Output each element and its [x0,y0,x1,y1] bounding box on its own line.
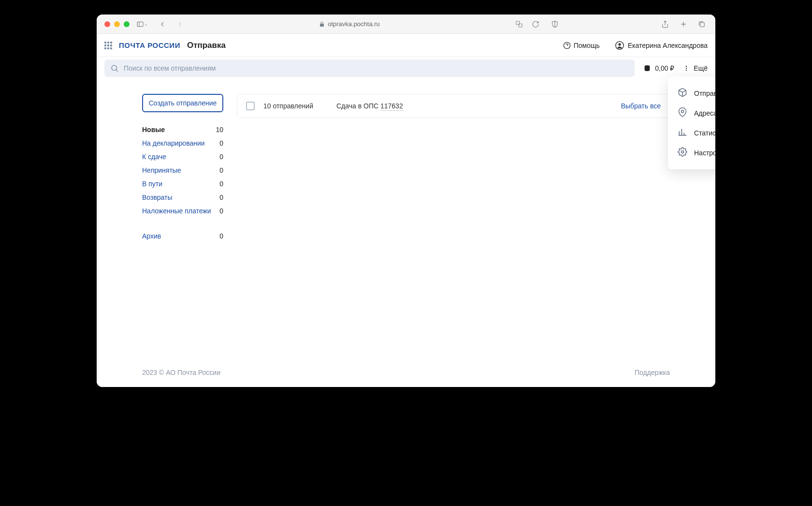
dropdown-item-statistics[interactable]: Статистика [668,123,715,143]
more-label: Ещё [694,64,708,72]
sidebar-item-cod[interactable]: Наложенные платежи 0 [142,206,223,216]
svg-point-16 [686,66,687,67]
sidebar-item-count: 0 [219,232,223,240]
svg-rect-8 [700,22,705,27]
search-row: 0,00 ₽ Ещё [97,57,715,79]
url-display[interactable]: otpravka.pochta.ru [328,20,380,28]
batch-row[interactable]: 10 отправлений Сдача в ОПС 117632 Выбрат… [237,94,670,118]
chart-icon [678,127,687,138]
help-link[interactable]: Помощь [563,42,600,49]
dropdown-item-label: Отправления [694,89,715,97]
sidebar-item-label: В пути [142,180,162,188]
batch-deposit: Сдача в ОПС 117632 [336,102,403,110]
maximize-window-button[interactable] [124,21,130,27]
create-shipment-button[interactable]: Создать отправление [142,94,223,112]
svg-point-13 [112,65,117,71]
sidebar-item-label: Непринятые [142,166,181,174]
sidebar-item-count: 0 [219,166,223,174]
search-box[interactable] [104,60,635,77]
sidebar-item-new[interactable]: Новые 10 [142,125,223,134]
sidebar-item-archive[interactable]: Архив 0 [142,231,223,241]
sidebar-item-label: К сдаче [142,153,166,161]
reload-icon[interactable] [530,18,541,30]
sidebar: Создать отправление Новые 10 На декларир… [142,94,223,241]
sidebar-item-count: 0 [219,180,223,188]
more-vertical-icon [683,65,690,72]
dropdown-item-shipments[interactable]: Отправления [668,83,715,103]
sidebar-toggle-icon[interactable]: ⌄ [136,18,148,30]
shield-icon[interactable] [549,18,561,30]
sidebar-item-label: Новые [142,126,165,134]
app-header: ПОЧТА РОССИИ Отправка Помощь Екатерина А… [97,34,715,57]
svg-rect-0 [137,22,143,26]
user-name: Екатерина Александрова [628,42,708,49]
sidebar-item-count: 0 [219,153,223,161]
svg-point-17 [686,68,687,69]
sidebar-item-label: На декларировании [142,139,205,147]
coins-icon [643,64,651,72]
minimize-window-button[interactable] [114,21,120,27]
more-menu-button[interactable]: Ещё [683,64,708,72]
new-tab-icon[interactable] [678,18,689,30]
balance-value: 0,00 ₽ [655,64,674,72]
support-link[interactable]: Поддержка [635,369,670,376]
app-title: Отправка [187,41,226,50]
box-icon [678,88,687,99]
apps-menu-icon[interactable] [104,42,112,49]
sidebar-item-count: 10 [216,126,223,134]
sidebar-item-label: Возвраты [142,193,173,201]
footer: 2023 © АО Почта России Поддержка [97,358,715,387]
sidebar-item-label: Архив [142,232,161,240]
main-content: 10 отправлений Сдача в ОПС 117632 Выбрат… [237,94,670,241]
tabs-overview-icon[interactable] [696,18,708,30]
browser-chrome: ⌄ otpravka.pochta.ru [97,15,715,34]
svg-point-25 [682,151,684,153]
batch-checkbox[interactable] [246,102,255,110]
user-icon [615,41,624,50]
sidebar-item-returns[interactable]: Возвраты 0 [142,193,223,202]
dropdown-item-label: Статистика [694,129,715,137]
svg-line-14 [116,70,117,71]
sidebar-item-rejected[interactable]: Непринятые 0 [142,165,223,175]
logo[interactable]: ПОЧТА РОССИИ [119,41,180,49]
translate-icon[interactable] [513,18,525,30]
sidebar-item-declaration[interactable]: На декларировании 0 [142,138,223,148]
svg-point-18 [686,70,687,71]
sidebar-item-to-send[interactable]: К сдаче 0 [142,152,223,162]
sidebar-item-count: 0 [219,207,223,215]
dropdown-item-label: Адреса [694,109,715,117]
select-all-link[interactable]: Выбрать все [621,102,661,110]
search-input[interactable] [124,64,629,72]
sidebar-item-label: Наложенные платежи [142,207,211,215]
lock-icon [319,21,325,27]
sidebar-item-count: 0 [219,193,223,201]
copyright: 2023 © АО Почта России [142,369,220,376]
search-icon [110,64,119,73]
window-controls [104,21,130,27]
svg-point-12 [618,43,621,45]
dropdown-item-addresses[interactable]: Адреса [668,103,715,123]
help-label: Помощь [574,42,600,49]
batch-deposit-prefix: Сдача в ОПС [336,102,380,110]
pin-icon [678,107,687,119]
batch-count-label: 10 отправлений [263,102,313,110]
share-icon[interactable] [659,18,671,30]
batch-deposit-code[interactable]: 117632 [380,102,403,111]
more-dropdown: Отправления Адреса Статистика Настройки [668,76,715,169]
gear-icon [678,147,687,158]
user-menu[interactable]: Екатерина Александрова [615,41,708,50]
dropdown-item-settings[interactable]: Настройки [668,143,715,163]
forward-button[interactable] [174,18,186,30]
dropdown-item-label: Настройки [694,149,715,157]
balance-indicator[interactable]: 0,00 ₽ [643,64,674,72]
help-icon [563,42,571,49]
svg-point-20 [682,110,684,113]
close-window-button[interactable] [104,21,110,27]
sidebar-item-in-transit[interactable]: В пути 0 [142,179,223,189]
sidebar-item-count: 0 [219,139,223,147]
back-button[interactable] [157,18,168,30]
